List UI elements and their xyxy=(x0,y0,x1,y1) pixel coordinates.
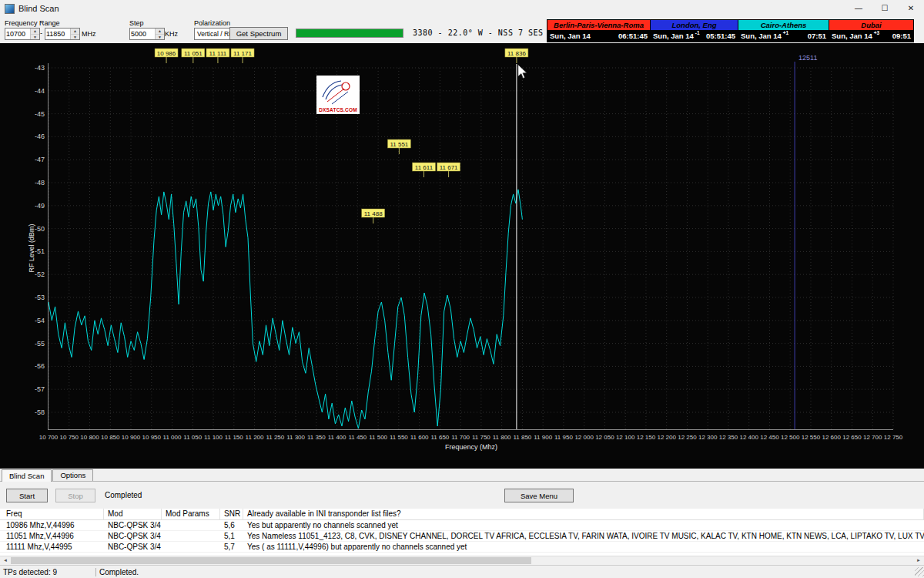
clock-offset: -1 xyxy=(695,30,700,36)
svg-text:-51: -51 xyxy=(35,247,45,255)
toolbar: Frequency Range ▲ ▼ - ▲ ▼ MHz Step ▲ ▼ K… xyxy=(0,17,924,43)
spin-up-icon[interactable]: ▲ xyxy=(156,29,164,35)
svg-text:11 800: 11 800 xyxy=(493,434,511,441)
svg-text:-47: -47 xyxy=(35,156,45,163)
svg-text:11 671: 11 671 xyxy=(440,164,458,171)
svg-text:10 986: 10 986 xyxy=(157,50,176,57)
clock-city: London, Eng xyxy=(651,20,738,30)
cell-mod: NBC-QPSK 3/4 xyxy=(104,531,162,541)
svg-text:RF Level (dBm): RF Level (dBm) xyxy=(28,223,35,272)
table-row[interactable]: 11111 Mhz,V,44995 NBC-QPSK 3/4 5,7 Yes (… xyxy=(0,542,924,553)
svg-text:11 450: 11 450 xyxy=(348,434,367,441)
col-snr[interactable]: SNR xyxy=(220,509,243,519)
svg-text:11 300: 11 300 xyxy=(286,434,305,441)
spectrum-chart[interactable]: 10 70010 75010 80010 85010 90010 95011 0… xyxy=(0,43,924,469)
svg-text:11 950: 11 950 xyxy=(554,434,573,441)
cell-freq: 11051 Mhz,V,44996 xyxy=(0,531,104,541)
svg-text:11 200: 11 200 xyxy=(246,434,264,441)
svg-text:11 551: 11 551 xyxy=(390,141,408,148)
svg-text:11 900: 11 900 xyxy=(534,434,552,441)
cell-mod-params xyxy=(162,520,220,530)
horizontal-scrollbar[interactable]: ◄ ► xyxy=(0,556,924,565)
svg-text:12511: 12511 xyxy=(798,54,817,62)
spin-down-icon[interactable]: ▼ xyxy=(31,35,39,40)
close-button[interactable]: ✕ xyxy=(898,0,924,17)
frequency-to-spin-buttons[interactable]: ▲ ▼ xyxy=(70,29,79,39)
svg-text:12 150: 12 150 xyxy=(637,434,656,441)
frequency-from-input[interactable] xyxy=(5,29,30,39)
mhz-unit-label: MHz xyxy=(82,30,96,38)
table-row[interactable]: 11051 Mhz,V,44996 NBC-QPSK 3/4 5,1 Yes N… xyxy=(0,531,924,542)
tab-options[interactable]: Options xyxy=(52,469,93,481)
cell-snr: 5,1 xyxy=(220,531,243,541)
svg-text:11 500: 11 500 xyxy=(369,434,387,441)
step-input[interactable] xyxy=(130,29,155,39)
polarization-label: Polarization xyxy=(194,19,230,27)
resize-grip[interactable] xyxy=(915,567,924,576)
clock-offset: +1 xyxy=(783,30,788,36)
minimize-button[interactable]: — xyxy=(845,0,872,17)
scroll-right-icon[interactable]: ► xyxy=(913,556,924,565)
cell-already: Yes but apparently no channels scanned y… xyxy=(243,520,924,530)
svg-text:-55: -55 xyxy=(35,340,45,348)
clock-city: Dubai xyxy=(829,20,913,30)
spin-down-icon[interactable]: ▼ xyxy=(156,35,164,40)
tab-blind-scan[interactable]: Blind Scan xyxy=(2,469,52,482)
svg-text:-52: -52 xyxy=(35,271,45,278)
get-spectrum-button[interactable]: Get Spectrum xyxy=(229,27,288,40)
clock-dubai: Dubai Sun, Jan 14 +3 09:51 xyxy=(829,19,914,42)
cell-freq: 10986 Mhz,V,44996 xyxy=(0,520,104,530)
cell-already: Yes ( as 11111,V,44996) but apparently n… xyxy=(243,542,924,552)
status-separator xyxy=(95,568,96,576)
svg-text:11 051: 11 051 xyxy=(184,50,203,57)
col-already[interactable]: Already available in INI transponder lis… xyxy=(243,509,924,519)
col-mod[interactable]: Mod xyxy=(104,509,162,519)
svg-text:Frequency (Mhz): Frequency (Mhz) xyxy=(445,443,497,451)
svg-text:11 611: 11 611 xyxy=(415,164,434,171)
spectrum-plot[interactable]: 10 70010 75010 80010 85010 90010 95011 0… xyxy=(0,43,924,469)
stop-button[interactable]: Stop xyxy=(55,489,95,502)
start-button[interactable]: Start xyxy=(6,489,48,502)
spin-up-icon[interactable]: ▲ xyxy=(31,29,39,35)
col-freq[interactable]: Freq xyxy=(0,509,104,519)
svg-text:12 000: 12 000 xyxy=(574,434,594,441)
frequency-from-stepper[interactable]: ▲ ▼ xyxy=(5,28,40,40)
spin-up-icon[interactable]: ▲ xyxy=(71,29,79,35)
progress-bar xyxy=(296,29,403,38)
scrollbar-thumb[interactable] xyxy=(11,557,531,564)
svg-text:-53: -53 xyxy=(35,294,45,301)
svg-text:11 700: 11 700 xyxy=(451,434,470,441)
frequency-to-stepper[interactable]: ▲ ▼ xyxy=(45,28,80,40)
svg-text:12 050: 12 050 xyxy=(595,434,614,441)
svg-text:10 700: 10 700 xyxy=(39,434,59,441)
maximize-button[interactable]: ☐ xyxy=(872,0,898,17)
spin-down-icon[interactable]: ▼ xyxy=(71,35,79,40)
step-spin-buttons[interactable]: ▲ ▼ xyxy=(155,29,164,39)
svg-text:12 200: 12 200 xyxy=(657,434,676,441)
titlebar[interactable]: Blind Scan — ☐ ✕ xyxy=(0,0,924,17)
svg-text:11 600: 11 600 xyxy=(410,434,429,441)
svg-text:-46: -46 xyxy=(35,133,45,140)
step-stepper[interactable]: ▲ ▼ xyxy=(129,28,165,40)
cell-freq: 11111 Mhz,V,44995 xyxy=(0,542,104,552)
scroll-left-icon[interactable]: ◄ xyxy=(0,556,11,565)
table-row[interactable]: 10986 Mhz,V,44996 NBC-QPSK 3/4 5,6 Yes b… xyxy=(0,520,924,531)
svg-text:12 400: 12 400 xyxy=(739,434,758,441)
svg-text:12 550: 12 550 xyxy=(802,434,821,441)
svg-text:10 750: 10 750 xyxy=(60,434,79,441)
clock-time: 05:51:45 xyxy=(706,32,735,40)
frequency-from-spin-buttons[interactable]: ▲ ▼ xyxy=(30,29,39,39)
scan-control-panel: Start Stop Completed Save Menu xyxy=(0,482,924,509)
cell-mod-params xyxy=(162,531,220,541)
col-mod-params[interactable]: Mod Params xyxy=(162,509,220,519)
logo-text: DXSATCS.COM xyxy=(316,107,360,113)
status-completed-label: Completed. xyxy=(99,568,139,576)
svg-text:11 250: 11 250 xyxy=(266,434,284,441)
clock-offset: +3 xyxy=(874,30,879,36)
frequency-to-input[interactable] xyxy=(45,29,70,39)
status-bar: TPs detected: 9 Completed. xyxy=(0,565,924,578)
progress-fill xyxy=(296,29,403,37)
svg-text:12 700: 12 700 xyxy=(863,434,882,441)
svg-text:12 300: 12 300 xyxy=(698,434,718,441)
save-menu-button[interactable]: Save Menu xyxy=(504,489,574,502)
